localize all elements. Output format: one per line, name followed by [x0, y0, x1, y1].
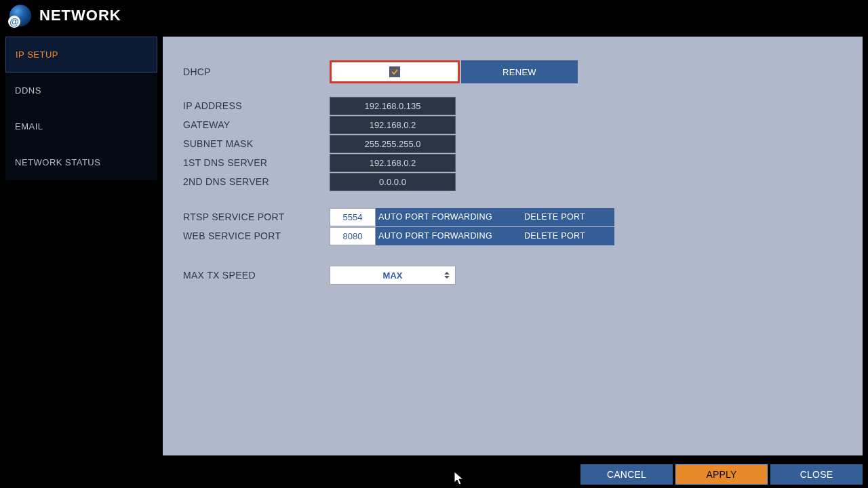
label-dns1: 1ST DNS SERVER [183, 157, 330, 168]
dns2-field: 0.0.0.0 [330, 173, 456, 191]
label-max-tx: MAX TX SPEED [183, 270, 330, 281]
web-delete-port-button[interactable]: DELETE PORT [495, 227, 614, 245]
sidebar-item-label: IP SETUP [16, 49, 58, 60]
label-web-port: WEB SERVICE PORT [183, 230, 330, 241]
rtsp-port-input[interactable]: 5554 [330, 208, 376, 226]
ip-address-field: 192.168.0.135 [330, 97, 456, 115]
footer: CANCEL APPLY CLOSE [0, 461, 868, 488]
dhcp-checkbox[interactable] [389, 66, 400, 77]
rtsp-auto-port-forwarding-button[interactable]: AUTO PORT FORWARDING [376, 208, 495, 226]
web-auto-port-forwarding-button[interactable]: AUTO PORT FORWARDING [376, 227, 495, 245]
rtsp-delete-port-button[interactable]: DELETE PORT [495, 208, 614, 226]
label-dns2: 2ND DNS SERVER [183, 176, 330, 187]
sidebar-item-label: EMAIL [15, 121, 43, 131]
subnet-mask-field: 255.255.255.0 [330, 135, 456, 153]
page-title: NETWORK [39, 7, 121, 24]
max-tx-speed-value: MAX [383, 270, 403, 281]
network-globe-icon: @ [9, 5, 31, 26]
sidebar-item-label: DDNS [15, 85, 41, 96]
cancel-button[interactable]: CANCEL [580, 464, 673, 485]
sidebar-item-network-status[interactable]: NETWORK STATUS [5, 144, 157, 180]
sidebar: IP SETUP DDNS EMAIL NETWORK STATUS [5, 37, 157, 455]
header: @ NETWORK [0, 0, 868, 31]
apply-button[interactable]: APPLY [675, 464, 768, 485]
label-subnet-mask: SUBNET MASK [183, 138, 330, 149]
dhcp-checkbox-highlight [330, 60, 460, 83]
sidebar-item-label: NETWORK STATUS [15, 157, 100, 167]
sidebar-item-ddns[interactable]: DDNS [5, 73, 157, 108]
dns1-field: 192.168.0.2 [330, 154, 456, 172]
label-gateway: GATEWAY [183, 119, 330, 130]
chevron-updown-icon [444, 272, 450, 279]
check-icon [391, 68, 399, 76]
label-dhcp: DHCP [183, 66, 330, 77]
sidebar-item-ip-setup[interactable]: IP SETUP [5, 37, 157, 73]
cursor-icon [453, 470, 465, 487]
gateway-field: 192.168.0.2 [330, 116, 456, 134]
label-rtsp-port: RTSP SERVICE PORT [183, 211, 330, 222]
max-tx-speed-select[interactable]: MAX [330, 266, 456, 285]
web-port-input[interactable]: 8080 [330, 227, 376, 245]
close-button[interactable]: CLOSE [770, 464, 863, 485]
main-panel: DHCP RENEW IP ADDRESS 192.168.0.135 [163, 37, 863, 455]
renew-button[interactable]: RENEW [461, 60, 578, 83]
sidebar-item-email[interactable]: EMAIL [5, 108, 157, 144]
label-ip-address: IP ADDRESS [183, 100, 330, 111]
